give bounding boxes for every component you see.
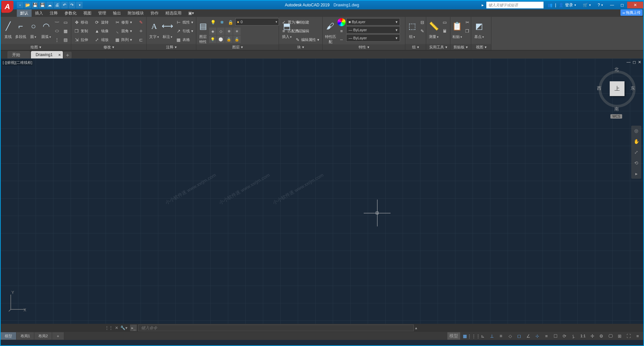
copy-clip-icon[interactable]: ❐ xyxy=(463,27,471,35)
layerprops-button[interactable]: ▤图层特性 xyxy=(198,17,208,44)
layer-on-icon[interactable]: 💡 xyxy=(209,36,216,43)
qat-cloud-icon[interactable]: ☁ xyxy=(46,2,53,8)
viewcube-top[interactable]: 上 xyxy=(610,81,625,96)
dim-button[interactable]: ⟷标注 xyxy=(161,17,174,39)
tab-collab[interactable]: 协作 xyxy=(147,9,162,17)
tab-default[interactable]: 默认 xyxy=(17,9,32,17)
nav-wheel-icon[interactable]: ◎ xyxy=(633,127,640,134)
tab-output[interactable]: 输出 xyxy=(110,9,124,17)
layer-iso-icon[interactable]: ◈ xyxy=(209,28,216,35)
qat-redo-icon[interactable]: ↷ xyxy=(69,2,75,8)
vp-close-icon[interactable]: ✕ xyxy=(638,60,641,64)
wcs-label[interactable]: WCS xyxy=(610,114,622,119)
panel-draw-title[interactable]: 绘图 ▾ xyxy=(1,44,71,50)
calc-icon[interactable]: 🖩 xyxy=(441,27,449,35)
tab-annotate[interactable]: 注释 xyxy=(46,9,61,17)
st-scale[interactable]: 1:1 xyxy=(578,334,588,338)
panel-util-title[interactable]: 实用工具 ▾ xyxy=(426,44,450,50)
layer-frz-icon[interactable]: ❄ xyxy=(225,28,233,35)
insert-button[interactable]: ⬒插入 xyxy=(280,17,293,39)
edit-block-button[interactable]: ✎编辑 xyxy=(294,27,321,35)
region-icon[interactable]: ▨ xyxy=(62,36,70,44)
tab-add-button[interactable]: ＋ xyxy=(64,52,72,58)
polyline-button[interactable]: ⌐多段线 xyxy=(15,17,27,39)
layout-add-button[interactable]: ＋ xyxy=(52,332,64,340)
array-button[interactable]: ▦阵列 ▾ xyxy=(113,36,136,44)
paste-button[interactable]: 📋粘贴 xyxy=(452,17,462,39)
color-combo[interactable]: ■ ByLayer▾ xyxy=(346,18,400,26)
layout-1[interactable]: 布局1 xyxy=(16,332,34,340)
lweight-combo[interactable]: — ByLayer▾ xyxy=(346,26,400,34)
st-clean-icon[interactable]: ⛶ xyxy=(624,332,633,340)
color-icon[interactable] xyxy=(337,18,346,26)
erase-icon[interactable]: ✎ xyxy=(137,18,145,26)
base-button[interactable]: ◩基点 xyxy=(473,17,485,39)
stretch-button[interactable]: ⇲拉伸 xyxy=(73,36,92,44)
st-otrack-icon[interactable]: ⊹ xyxy=(533,332,542,340)
viewcube-south[interactable]: 南 xyxy=(614,106,619,112)
tab-insert[interactable]: 插入 xyxy=(32,9,46,17)
cmd-history-icon[interactable]: ▴ xyxy=(415,326,417,330)
linear-button[interactable]: ⊢线性 ▾ xyxy=(174,18,195,26)
cmd-options-icon[interactable]: 🔧▾ xyxy=(120,326,127,330)
upload-tag[interactable]: ∞ 拖拽上传 xyxy=(620,9,643,16)
group-edit-icon[interactable]: ✎ xyxy=(418,27,426,35)
measure-button[interactable]: 📏测量 xyxy=(428,17,440,39)
viewcube-east[interactable]: 东 xyxy=(631,85,635,91)
qat-dropdown-icon[interactable] xyxy=(76,2,83,8)
cmd-prompt-icon[interactable]: ▸_ xyxy=(130,325,137,331)
cmd-close-icon[interactable]: ✕ xyxy=(115,326,118,330)
st-osnap-icon[interactable]: ◻ xyxy=(515,332,524,340)
viewcube-west[interactable]: 西 xyxy=(597,85,601,91)
viewcube-north[interactable]: 北 xyxy=(614,67,619,73)
tab-start[interactable]: 开始 xyxy=(7,51,30,58)
table-button[interactable]: ▦表格 xyxy=(174,36,195,44)
close-button[interactable]: ✕ xyxy=(627,2,643,8)
infocenter-signin[interactable]: 👥 ❘ 👤 登录 ▾ xyxy=(545,2,579,8)
cut-icon[interactable]: ✂ xyxy=(463,18,471,26)
search-input[interactable]: 键入关键字或短语 xyxy=(486,2,544,8)
panel-group-title[interactable]: 组 ▾ xyxy=(405,44,426,50)
st-ws-icon[interactable]: ⚙ xyxy=(597,332,606,340)
offset-icon[interactable]: ⊏ xyxy=(137,36,145,44)
rect-icon[interactable]: ▭ xyxy=(62,18,70,26)
tab-view[interactable]: 视图 xyxy=(80,9,95,17)
maximize-button[interactable]: ◻ xyxy=(617,2,627,8)
spline-icon[interactable]: 〰 xyxy=(53,18,61,26)
point-icon[interactable]: ⋮ xyxy=(53,36,61,44)
select-icon[interactable]: ▭ xyxy=(441,18,449,26)
panel-clip-title[interactable]: 剪贴板 ▾ xyxy=(450,44,471,50)
st-ortho-icon[interactable]: ⊥ xyxy=(488,332,496,340)
edit-attr-button[interactable]: ✎编辑属性 ▾ xyxy=(294,36,321,44)
ellipse-icon[interactable]: ⬭ xyxy=(53,27,61,35)
explode-icon[interactable]: ✧ xyxy=(137,27,145,35)
nav-zoom-icon[interactable]: ⤢ xyxy=(633,148,640,156)
line-button[interactable]: ╱直线 xyxy=(2,17,14,39)
tab-manage[interactable]: 管理 xyxy=(95,9,110,17)
st-units-icon[interactable]: ⊞ xyxy=(615,332,624,340)
st-snap-icon[interactable]: ⋮⋮⋮ xyxy=(470,332,478,340)
panel-layer-title[interactable]: 图层 ▾ xyxy=(196,44,279,50)
layer-combo[interactable]: ●0▾ xyxy=(235,18,279,26)
tab-drawing1[interactable]: Drawing1✕ xyxy=(31,51,63,58)
layout-2[interactable]: 布局2 xyxy=(34,332,52,340)
circle-button[interactable]: ○圆 xyxy=(28,17,40,39)
hatch-icon[interactable]: ▦ xyxy=(62,27,70,35)
layer-unlk-icon[interactable]: 🔓 xyxy=(233,36,241,43)
leader-button[interactable]: ↗引线 ▾ xyxy=(174,27,195,35)
viewcube[interactable]: 北 南 西 东 上 WCS xyxy=(597,67,637,117)
st-annoscale-icon[interactable]: ⍼ xyxy=(569,332,578,340)
layer-lock-icon[interactable]: 🔒 xyxy=(227,18,235,26)
fillet-button[interactable]: ◟圆角 ▾ xyxy=(113,27,136,35)
rotate-button[interactable]: ⟳旋转 xyxy=(93,18,113,26)
tab-parametric[interactable]: 参数化 xyxy=(61,9,80,17)
st-polar-icon[interactable]: ✳ xyxy=(497,332,506,340)
lweight-icon[interactable]: ≡ xyxy=(337,27,346,35)
ungroup-icon[interactable]: ⊟ xyxy=(418,18,426,26)
qat-new-icon[interactable]: ▫ xyxy=(17,2,24,8)
st-annovis-icon[interactable]: ✢ xyxy=(588,332,597,340)
st-lwt-icon[interactable]: ≡ xyxy=(542,332,551,340)
panel-view-title[interactable]: 视图 ▾ xyxy=(471,44,491,50)
st-cycle-icon[interactable]: ⟳ xyxy=(560,332,569,340)
move-button[interactable]: ✥移动 xyxy=(73,18,92,26)
